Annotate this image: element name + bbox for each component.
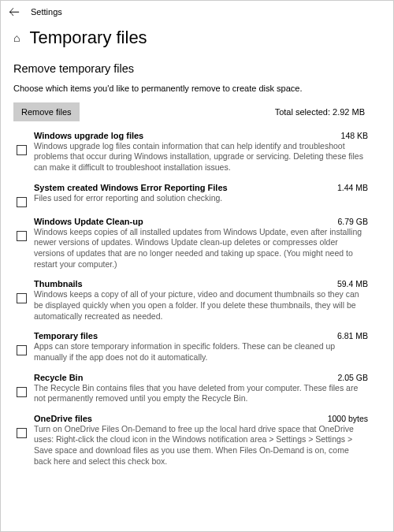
list-item: Thumbnails59.4 MBWindows keeps a copy of… — [13, 279, 381, 322]
item-description: Windows keeps copies of all installed up… — [34, 227, 368, 270]
section-description: Choose which items you'd like to permane… — [13, 83, 313, 95]
item-size: 2.05 GB — [337, 373, 368, 382]
remove-files-button[interactable]: Remove files — [13, 102, 80, 121]
list-item: Windows upgrade log files148 KBWindows u… — [13, 131, 381, 173]
list-item: Recycle Bin2.05 GBThe Recycle Bin contai… — [13, 373, 381, 404]
item-size: 6.81 MB — [337, 331, 368, 340]
item-title: Windows upgrade log files — [34, 131, 143, 140]
item-description: The Recycle Bin contains files that you … — [34, 383, 368, 404]
item-checkbox[interactable] — [17, 428, 27, 438]
list-item: OneDrive files1000 bytesTurn on OneDrive… — [13, 414, 381, 467]
item-description: Apps can store temporary information in … — [34, 341, 368, 363]
item-size: 6.79 GB — [337, 217, 368, 226]
item-checkbox[interactable] — [17, 293, 27, 303]
items-list: Windows upgrade log files148 KBWindows u… — [13, 131, 381, 467]
item-title: System created Windows Error Reporting F… — [34, 183, 228, 192]
item-description: Windows keeps a copy of all of your pict… — [34, 289, 368, 322]
list-item: Windows Update Clean-up6.79 GBWindows ke… — [13, 217, 381, 270]
item-checkbox[interactable] — [17, 345, 27, 355]
section-title: Remove temporary files — [13, 62, 381, 75]
item-size: 59.4 MB — [337, 279, 368, 288]
total-selected-label: Total selected: 2.92 MB — [275, 107, 365, 117]
app-name: Settings — [31, 7, 62, 17]
item-checkbox[interactable] — [17, 197, 27, 207]
item-size: 1.44 MB — [337, 183, 368, 192]
item-checkbox[interactable] — [17, 145, 27, 155]
list-item: Temporary files6.81 MBApps can store tem… — [13, 331, 381, 363]
title-bar: 🡠 Settings — [1, 1, 393, 23]
list-item: System created Windows Error Reporting F… — [13, 183, 381, 207]
item-description: Windows upgrade log files contain inform… — [34, 141, 368, 173]
item-description: Files used for error reporting and solut… — [34, 193, 368, 204]
item-checkbox[interactable] — [17, 387, 27, 397]
home-icon[interactable]: ⌂ — [13, 32, 20, 44]
back-icon[interactable]: 🡠 — [9, 6, 20, 18]
item-description: Turn on OneDrive Files On-Demand to free… — [34, 424, 368, 467]
item-title: Temporary files — [34, 331, 98, 340]
item-size: 1000 bytes — [328, 414, 368, 423]
item-title: OneDrive files — [34, 414, 92, 423]
page-title: Temporary files — [29, 28, 147, 48]
item-title: Recycle Bin — [34, 373, 83, 382]
item-title: Windows Update Clean-up — [34, 217, 143, 226]
item-size: 148 KB — [341, 131, 368, 140]
item-checkbox[interactable] — [17, 231, 27, 241]
item-title: Thumbnails — [34, 279, 83, 288]
